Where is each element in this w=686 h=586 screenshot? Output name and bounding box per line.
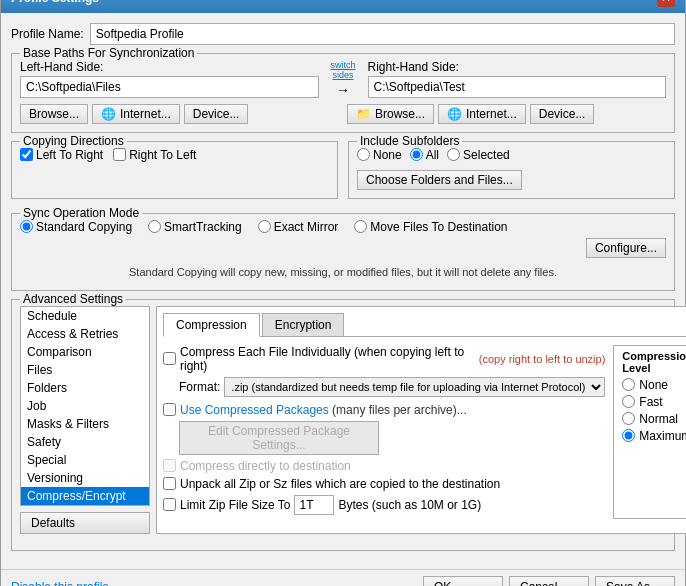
nav-folders[interactable]: Folders bbox=[21, 379, 149, 397]
level-maximum-option[interactable]: Maximum bbox=[622, 429, 686, 443]
nav-masks-filters[interactable]: Masks & Filters bbox=[21, 415, 149, 433]
selected-radio[interactable] bbox=[447, 148, 460, 161]
unpack-checkbox[interactable] bbox=[163, 477, 176, 490]
right-device-button[interactable]: Device... bbox=[530, 104, 595, 124]
settings-content-panel: Compression Encryption Compress Each Fil… bbox=[156, 306, 686, 534]
right-browse-button[interactable]: 📁 Browse... bbox=[347, 104, 434, 124]
nav-safety[interactable]: Safety bbox=[21, 433, 149, 451]
options-row: Copying Directions Left To Right Right T… bbox=[11, 141, 675, 207]
all-label: All bbox=[426, 148, 439, 162]
include-subfolders-group: Include Subfolders None All Selected Cho bbox=[348, 141, 675, 199]
level-maximum-label: Maximum bbox=[639, 429, 686, 443]
level-none-label: None bbox=[639, 378, 668, 392]
cancel-button[interactable]: Cancel bbox=[509, 576, 589, 587]
level-normal-radio[interactable] bbox=[622, 412, 635, 425]
window-title: Profile Settings bbox=[11, 0, 99, 5]
tab-encryption[interactable]: Encryption bbox=[262, 313, 345, 336]
move-files-option[interactable]: Move Files To Destination bbox=[354, 220, 507, 234]
profile-name-input[interactable] bbox=[90, 23, 675, 45]
base-paths-label: Base Paths For Synchronization bbox=[20, 46, 197, 60]
left-device-button[interactable]: Device... bbox=[184, 104, 249, 124]
all-radio[interactable] bbox=[410, 148, 423, 161]
limit-size-input[interactable] bbox=[294, 495, 334, 515]
selected-option[interactable]: Selected bbox=[447, 148, 510, 162]
selected-label: Selected bbox=[463, 148, 510, 162]
smart-tracking-label: SmartTracking bbox=[164, 220, 242, 234]
left-side-label: Left-Hand Side: bbox=[20, 60, 319, 74]
level-normal-option[interactable]: Normal bbox=[622, 412, 686, 426]
unpack-label: Unpack all Zip or Sz files which are cop… bbox=[180, 477, 500, 491]
format-select[interactable]: .zip (standardized but needs temp file f… bbox=[224, 377, 605, 397]
compress-directly-checkbox[interactable] bbox=[163, 459, 176, 472]
level-maximum-radio[interactable] bbox=[622, 429, 635, 442]
smart-tracking-radio[interactable] bbox=[148, 220, 161, 233]
left-to-right-checkbox[interactable] bbox=[20, 148, 33, 161]
right-to-left-checkbox[interactable] bbox=[113, 148, 126, 161]
compress-each-file-label: Compress Each File Individually (when co… bbox=[180, 345, 475, 373]
left-path-input[interactable] bbox=[20, 76, 319, 98]
level-fast-label: Fast bbox=[639, 395, 662, 409]
profile-settings-window: Profile Settings ✕ Profile Name: Base Pa… bbox=[0, 0, 686, 586]
configure-button[interactable]: Configure... bbox=[586, 238, 666, 258]
bytes-label: Bytes (such as 10M or 1G) bbox=[338, 498, 481, 512]
compression-content: Compress Each File Individually (when co… bbox=[163, 345, 686, 519]
level-none-option[interactable]: None bbox=[622, 378, 686, 392]
edit-packages-button[interactable]: Edit Compressed Package Settings... bbox=[179, 421, 379, 455]
compression-level-box: Compression Level None Fast bbox=[613, 345, 686, 519]
right-to-left-option[interactable]: Right To Left bbox=[113, 148, 196, 162]
profile-name-label: Profile Name: bbox=[11, 27, 84, 41]
globe-icon: 🌐 bbox=[101, 107, 116, 121]
bottom-buttons: OK Cancel Save As... bbox=[423, 576, 675, 587]
copy-right-note: (copy right to left to unzip) bbox=[479, 353, 606, 365]
smart-tracking-option[interactable]: SmartTracking bbox=[148, 220, 242, 234]
choose-folders-button[interactable]: Choose Folders and Files... bbox=[357, 170, 522, 190]
standard-copying-radio[interactable] bbox=[20, 220, 33, 233]
none-label: None bbox=[373, 148, 402, 162]
base-paths-group: Base Paths For Synchronization Left-Hand… bbox=[11, 53, 675, 133]
limit-size-label: Limit Zip File Size To bbox=[180, 498, 290, 512]
disable-profile-link[interactable]: Disable this profile bbox=[11, 580, 109, 587]
level-fast-option[interactable]: Fast bbox=[622, 395, 686, 409]
level-fast-radio[interactable] bbox=[622, 395, 635, 408]
advanced-settings-group: Advanced Settings Schedule Access & Retr… bbox=[11, 299, 675, 551]
settings-nav-panel: Schedule Access & Retries Comparison Fil… bbox=[20, 306, 150, 534]
right-path-input[interactable] bbox=[368, 76, 667, 98]
ok-button[interactable]: OK bbox=[423, 576, 503, 587]
exact-mirror-radio[interactable] bbox=[258, 220, 271, 233]
switch-sides-link[interactable]: switchsides bbox=[327, 60, 360, 80]
move-files-label: Move Files To Destination bbox=[370, 220, 507, 234]
nav-compress-encrypt[interactable]: Compress/Encrypt bbox=[21, 487, 149, 505]
left-to-right-option[interactable]: Left To Right bbox=[20, 148, 103, 162]
compressed-packages-checkbox[interactable] bbox=[163, 403, 176, 416]
profile-name-row: Profile Name: bbox=[11, 23, 675, 45]
standard-copying-option[interactable]: Standard Copying bbox=[20, 220, 132, 234]
nav-job[interactable]: Job bbox=[21, 397, 149, 415]
tab-compression[interactable]: Compression bbox=[163, 313, 260, 337]
left-browse-button[interactable]: Browse... bbox=[20, 104, 88, 124]
nav-schedule[interactable]: Schedule bbox=[21, 307, 149, 325]
level-none-radio[interactable] bbox=[622, 378, 635, 391]
right-side-label: Right-Hand Side: bbox=[368, 60, 667, 74]
all-option[interactable]: All bbox=[410, 148, 439, 162]
exact-mirror-option[interactable]: Exact Mirror bbox=[258, 220, 339, 234]
nav-access-retries[interactable]: Access & Retries bbox=[21, 325, 149, 343]
format-label: Format: bbox=[179, 380, 220, 394]
right-to-left-label: Right To Left bbox=[129, 148, 196, 162]
close-button[interactable]: ✕ bbox=[657, 0, 675, 7]
nav-versioning[interactable]: Versioning bbox=[21, 469, 149, 487]
nav-comparison[interactable]: Comparison bbox=[21, 343, 149, 361]
nav-files[interactable]: Files bbox=[21, 361, 149, 379]
limit-size-checkbox[interactable] bbox=[163, 498, 176, 511]
left-internet-button[interactable]: 🌐 Internet... bbox=[92, 104, 180, 124]
settings-nav-list: Schedule Access & Retries Comparison Fil… bbox=[20, 306, 150, 506]
defaults-button[interactable]: Defaults bbox=[20, 512, 150, 534]
save-as-button[interactable]: Save As... bbox=[595, 576, 675, 587]
none-option[interactable]: None bbox=[357, 148, 402, 162]
right-internet-button[interactable]: 🌐 Internet... bbox=[438, 104, 526, 124]
move-files-radio[interactable] bbox=[354, 220, 367, 233]
compress-each-file-checkbox[interactable] bbox=[163, 352, 176, 365]
compress-directly-label: Compress directly to destination bbox=[180, 459, 351, 473]
none-radio[interactable] bbox=[357, 148, 370, 161]
nav-special[interactable]: Special bbox=[21, 451, 149, 469]
nav-information[interactable]: Information bbox=[21, 505, 149, 506]
